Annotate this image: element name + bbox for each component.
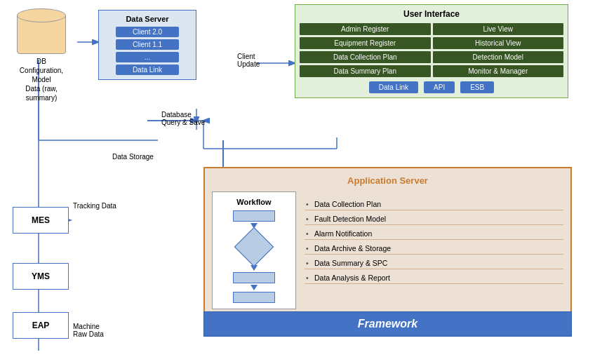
database-query-label: DatabaseQuery & Save: [161, 111, 205, 126]
flow-rect-3: [233, 292, 275, 303]
ui-bottom-row: Data Link API ESB: [300, 81, 563, 93]
data-server-box: Data Server Client 2.0 Client 1.1 ... Da…: [98, 10, 196, 80]
app-item-4: Data Archive & Storage: [305, 243, 563, 255]
yms-label: YMS: [32, 271, 50, 281]
yms-box: YMS: [13, 263, 69, 290]
app-server-title: Application Server: [212, 175, 563, 186]
app-items-list: Data Collection Plan Fault Detection Mod…: [305, 191, 563, 284]
framework-box: Framework: [203, 311, 572, 337]
framework-title: Framework: [210, 318, 566, 330]
eap-label: EAP: [32, 321, 50, 330]
workflow-box: Workflow: [212, 191, 296, 309]
ui-data-collection-plan: Data Collection Plan: [300, 51, 431, 63]
flow-rect-2: [233, 272, 275, 283]
eap-box: EAP: [13, 312, 69, 339]
ui-box: User Interface Admin Register Live View …: [295, 4, 568, 98]
diagram-container: DBConfiguration,ModelData (raw,summary) …: [0, 0, 595, 364]
app-item-2: Fault Detection Model: [305, 213, 563, 225]
db-cylinder: [17, 8, 66, 54]
app-item-6: Data Analysis & Report: [305, 272, 563, 284]
client-20-btn: Client 2.0: [116, 27, 179, 37]
mes-label: MES: [32, 215, 50, 225]
flow-shapes: [233, 210, 275, 303]
ui-historical-view: Historical View: [433, 37, 564, 49]
db-label: DBConfiguration,ModelData (raw,summary): [10, 57, 73, 102]
app-item-3: Alarm Notification: [305, 228, 563, 240]
mes-box: MES: [13, 207, 69, 234]
app-item-1: Data Collection Plan: [305, 198, 563, 210]
app-server-box: Application Server Workflow Data Collect…: [203, 167, 572, 318]
ui-equipment-register: Equipment Register: [300, 37, 431, 49]
tracking-data-label: Tracking Data: [73, 202, 116, 210]
ui-api-btn: API: [424, 81, 455, 93]
ui-data-link-btn: Data Link: [369, 81, 418, 93]
client-11-btn: Client 1.1: [116, 39, 179, 50]
ui-admin-register: Admin Register: [300, 23, 431, 35]
ui-grid: Admin Register Live View Equipment Regis…: [300, 23, 563, 77]
client-dots-btn: ...: [116, 52, 179, 62]
db-cylinder-top: [17, 8, 66, 22]
data-storage-label: Data Storage: [112, 153, 154, 161]
flow-rect-1: [233, 210, 275, 222]
ui-detection-model: Detection Model: [433, 51, 564, 63]
ui-data-summary-plan: Data Summary Plan: [300, 65, 431, 77]
db-block: DBConfiguration,ModelData (raw,summary): [10, 8, 73, 102]
machine-raw-label: MachineRaw Data: [73, 323, 104, 338]
ui-monitor-manager: Monitor & Manager: [433, 65, 564, 77]
data-server-title: Data Server: [103, 15, 192, 23]
app-server-content: Workflow Data Collection Plan Fault Dete…: [212, 191, 563, 309]
ui-title: User Interface: [300, 9, 563, 19]
ui-esb-btn: ESB: [460, 81, 494, 93]
client-update-label: ClientUpdate: [237, 53, 260, 68]
flow-diamond: [234, 227, 274, 267]
data-link-btn: Data Link: [116, 65, 179, 75]
ui-live-view: Live View: [433, 23, 564, 35]
app-item-5: Data Summary & SPC: [305, 257, 563, 269]
flow-arrow-3: [250, 285, 258, 290]
workflow-title: Workflow: [236, 198, 271, 206]
